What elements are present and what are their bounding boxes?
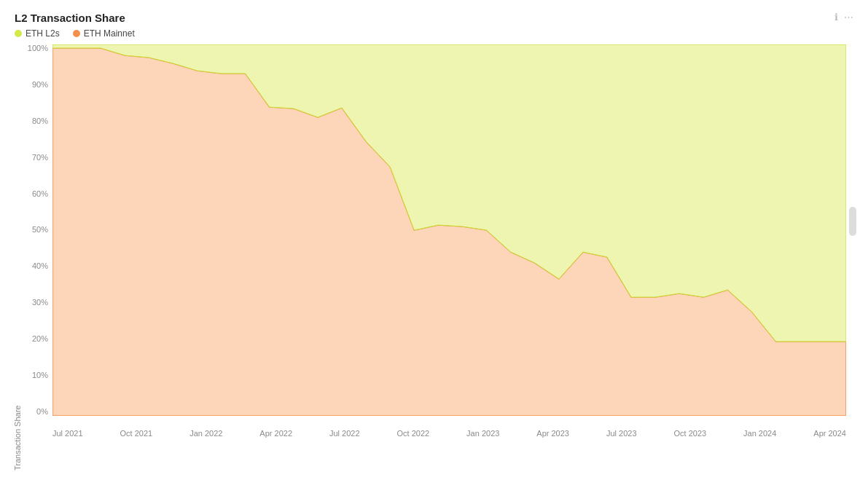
- y-label-0: 0%: [36, 408, 48, 416]
- x-label-oct2021: Oct 2021: [120, 429, 153, 438]
- x-label-apr2023: Apr 2023: [536, 429, 569, 438]
- x-label-apr2022: Apr 2022: [259, 429, 292, 438]
- y-label-100: 100%: [28, 44, 48, 52]
- legend-label-eth-l2s: ETH L2s: [26, 28, 60, 39]
- y-label-70: 70%: [32, 154, 48, 162]
- legend-dot-eth-l2s: [15, 30, 22, 37]
- legend-label-eth-mainnet: ETH Mainnet: [84, 28, 135, 39]
- chart-area: Transaction Share 100% 90% 80% 70% 60% 5…: [15, 44, 853, 438]
- y-axis: 100% 90% 80% 70% 60% 50% 40% 30% 20% 10%…: [15, 44, 52, 416]
- y-label-50: 50%: [32, 226, 48, 234]
- chart-container: L2 Transaction Share ℹ ⋯ ETH L2s ETH Mai…: [0, 0, 868, 477]
- legend-item-eth-l2s: ETH L2s: [15, 28, 60, 39]
- legend-item-eth-mainnet: ETH Mainnet: [73, 28, 135, 39]
- header-icons: ℹ ⋯: [834, 12, 853, 23]
- chart-inner: IntoTheBlock IntoTheBlock: [52, 44, 846, 416]
- legend: ETH L2s ETH Mainnet: [15, 28, 853, 39]
- x-label-jul2022: Jul 2022: [329, 429, 360, 438]
- chart-svg: [52, 44, 846, 416]
- x-axis: Jul 2021 Oct 2021 Jan 2022 Apr 2022 Jul …: [52, 416, 846, 438]
- y-label-30: 30%: [32, 299, 48, 307]
- y-label-90: 90%: [32, 81, 48, 89]
- y-label-80: 80%: [32, 117, 48, 125]
- y-label-10: 10%: [32, 371, 48, 379]
- chart-title: L2 Transaction Share: [15, 12, 125, 24]
- x-label-oct2023: Oct 2023: [673, 429, 706, 438]
- x-label-jan2022: Jan 2022: [189, 429, 222, 438]
- y-label-20: 20%: [32, 335, 48, 343]
- x-label-apr2024: Apr 2024: [813, 429, 846, 438]
- x-label-jan2023: Jan 2023: [466, 429, 499, 438]
- info-icon[interactable]: ℹ: [834, 12, 838, 23]
- x-label-jul2023: Jul 2023: [606, 429, 637, 438]
- y-label-60: 60%: [32, 190, 48, 198]
- x-label-jul2021: Jul 2021: [52, 429, 83, 438]
- x-label-oct2022: Oct 2022: [397, 429, 430, 438]
- more-icon[interactable]: ⋯: [844, 12, 853, 23]
- scroll-indicator[interactable]: [849, 207, 856, 236]
- y-label-40: 40%: [32, 262, 48, 270]
- x-label-jan2024: Jan 2024: [743, 429, 776, 438]
- legend-dot-eth-mainnet: [73, 30, 80, 37]
- chart-header: L2 Transaction Share ℹ ⋯: [15, 12, 853, 24]
